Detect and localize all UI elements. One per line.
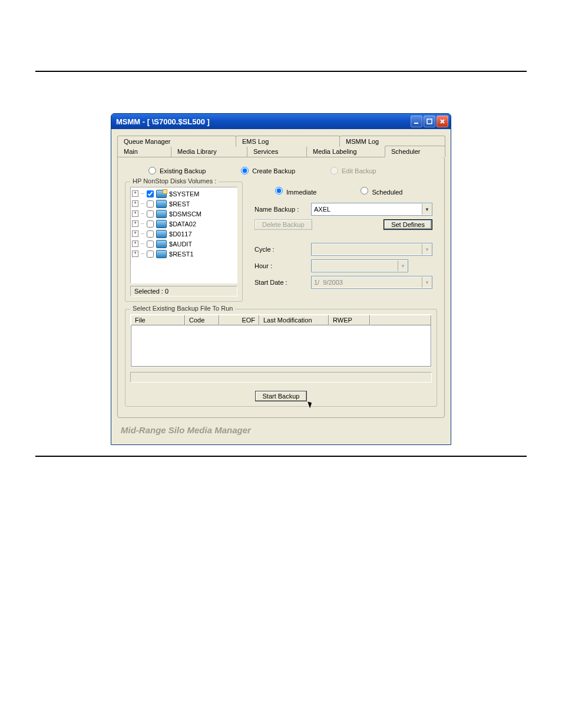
tree-item[interactable]: +┄ $DSMSCM bbox=[132, 209, 236, 219]
hour-label: Hour : bbox=[254, 262, 306, 269]
tab-services[interactable]: Services bbox=[247, 146, 307, 157]
horizontal-rule-bottom bbox=[35, 456, 527, 457]
col-code[interactable]: Code bbox=[185, 315, 219, 325]
radio-immediate-input[interactable] bbox=[275, 187, 283, 195]
radio-scheduled[interactable]: Scheduled bbox=[358, 185, 402, 196]
svg-rect-0 bbox=[414, 123, 418, 124]
maximize-button[interactable] bbox=[424, 116, 435, 127]
close-button[interactable] bbox=[437, 116, 448, 127]
tree-item[interactable]: +┄ $REST bbox=[132, 199, 236, 209]
hour-input bbox=[312, 261, 398, 271]
name-backup-label: Name Backup : bbox=[254, 206, 306, 213]
tree-item-label: $DATA02 bbox=[169, 220, 196, 228]
backup-mode-radios: Existing Backup Create Backup Edit Backu… bbox=[148, 167, 437, 174]
minimize-button[interactable] bbox=[411, 116, 422, 127]
disk-icon bbox=[156, 230, 167, 238]
disk-icon bbox=[156, 200, 167, 208]
cycle-label: Cycle : bbox=[254, 246, 306, 253]
tree-checkbox[interactable] bbox=[147, 220, 154, 228]
tree-checkbox[interactable] bbox=[147, 251, 154, 258]
radio-existing-backup-label: Existing Backup bbox=[160, 167, 206, 174]
radio-existing-backup[interactable]: Existing Backup bbox=[148, 167, 206, 174]
selected-count: Selected : 0 bbox=[130, 286, 237, 297]
col-rwep[interactable]: RWEP bbox=[329, 315, 370, 325]
radio-create-backup-input[interactable] bbox=[241, 167, 249, 174]
tab-main[interactable]: Main bbox=[117, 146, 171, 157]
radio-immediate[interactable]: Immediate bbox=[272, 185, 316, 196]
disk-icon bbox=[156, 220, 167, 228]
filelist-view[interactable]: File Code EOF Last Modification RWEP bbox=[130, 314, 432, 367]
tree-item-label: $REST bbox=[169, 200, 190, 207]
window-title: MSMM - [ \S7000.$SL500 ] bbox=[116, 117, 409, 126]
chevron-down-icon: ▼ bbox=[398, 261, 408, 271]
chevron-down-icon[interactable]: ▼ bbox=[422, 204, 432, 215]
tree-checkbox[interactable] bbox=[147, 190, 154, 197]
tree-item-label: $DSMSCM bbox=[169, 210, 201, 218]
startdate-label: Start Date : bbox=[254, 279, 306, 286]
tabrow-back: Queue Manager EMS Log MSMM Log bbox=[117, 135, 445, 146]
tree-item[interactable]: +┄ $DATA02 bbox=[132, 219, 236, 229]
radio-edit-backup: Edit Backup bbox=[330, 167, 376, 174]
name-backup-input[interactable] bbox=[312, 204, 422, 215]
radio-edit-backup-label: Edit Backup bbox=[342, 167, 376, 174]
chevron-down-icon: ▼ bbox=[422, 244, 432, 255]
disks-legend: HP NonStop Disks Volumes : bbox=[130, 177, 219, 185]
col-spacer bbox=[370, 315, 431, 325]
footer-branding: Mid-Range Silo Media Manager bbox=[117, 418, 445, 439]
expand-icon[interactable]: + bbox=[132, 200, 138, 207]
filelist-headers: File Code EOF Last Modification RWEP bbox=[131, 315, 431, 325]
tab-queue-manager[interactable]: Queue Manager bbox=[117, 136, 236, 147]
tree-checkbox[interactable] bbox=[147, 230, 154, 238]
name-backup-combo[interactable]: ▼ bbox=[311, 203, 432, 216]
tabrow-front: Main Media Library Services Media Labeli… bbox=[117, 146, 445, 157]
tree-item[interactable]: +┄ $REST1 bbox=[132, 249, 236, 259]
tree-checkbox[interactable] bbox=[147, 200, 154, 207]
col-lastmod[interactable]: Last Modification bbox=[259, 315, 329, 325]
tab-media-library[interactable]: Media Library bbox=[171, 146, 247, 157]
tree-item-label: $D0117 bbox=[169, 230, 192, 238]
disk-icon bbox=[156, 190, 167, 198]
tab-ems-log[interactable]: EMS Log bbox=[236, 136, 340, 147]
disks-tree[interactable]: +┄ $SYSTEM +┄ $REST bbox=[130, 187, 237, 284]
tree-item[interactable]: +┄ $SYSTEM bbox=[132, 189, 236, 199]
expand-icon[interactable]: + bbox=[132, 251, 138, 257]
filelist-groupbox: Select Existing Backup File To Run File … bbox=[125, 309, 437, 407]
expand-icon[interactable]: + bbox=[132, 190, 138, 197]
radio-create-backup-label: Create Backup bbox=[252, 167, 295, 174]
radio-scheduled-input[interactable] bbox=[361, 187, 368, 195]
disk-icon bbox=[156, 240, 167, 248]
svg-rect-1 bbox=[427, 119, 432, 124]
horizontal-rule-top bbox=[35, 71, 527, 72]
expand-icon[interactable]: + bbox=[132, 230, 138, 237]
radio-existing-backup-input[interactable] bbox=[148, 167, 156, 174]
expand-icon[interactable]: + bbox=[132, 241, 138, 247]
expand-icon[interactable]: + bbox=[132, 210, 138, 217]
col-eof[interactable]: EOF bbox=[219, 315, 259, 325]
startdate-input bbox=[312, 277, 422, 288]
disk-icon bbox=[156, 250, 167, 258]
tree-item[interactable]: +┄ $D0117 bbox=[132, 229, 236, 239]
radio-create-backup[interactable]: Create Backup bbox=[241, 167, 295, 174]
chevron-down-icon: ▼ bbox=[422, 277, 432, 288]
radio-edit-backup-input bbox=[330, 167, 338, 174]
tree-checkbox[interactable] bbox=[147, 210, 154, 218]
set-defines-button[interactable]: Set Defines bbox=[384, 219, 432, 230]
run-mode-radios: Immediate Scheduled bbox=[272, 185, 432, 196]
tab-scheduler[interactable]: Scheduler bbox=[385, 146, 445, 157]
radio-immediate-label: Immediate bbox=[286, 189, 316, 196]
tree-checkbox[interactable] bbox=[147, 241, 154, 248]
disk-icon bbox=[156, 210, 167, 218]
cycle-combo: ▼ bbox=[311, 243, 432, 256]
col-file[interactable]: File bbox=[131, 315, 185, 325]
filelist-legend: Select Existing Backup File To Run bbox=[130, 305, 235, 312]
tree-item-label: $REST1 bbox=[169, 251, 194, 258]
tree-item[interactable]: +┄ $AUDIT bbox=[132, 239, 236, 249]
disks-groupbox: HP NonStop Disks Volumes : +┄ $SYSTEM +┄ bbox=[125, 182, 243, 302]
tab-media-labeling[interactable]: Media Labeling bbox=[306, 146, 385, 157]
radio-scheduled-label: Scheduled bbox=[372, 189, 402, 196]
progress-bar bbox=[130, 372, 432, 383]
startdate-combo: ▼ bbox=[311, 276, 432, 289]
application-window: MSMM - [ \S7000.$SL500 ] Queue Manager E… bbox=[111, 113, 451, 445]
expand-icon[interactable]: + bbox=[132, 220, 138, 227]
start-backup-button[interactable]: Start Backup bbox=[255, 391, 308, 401]
